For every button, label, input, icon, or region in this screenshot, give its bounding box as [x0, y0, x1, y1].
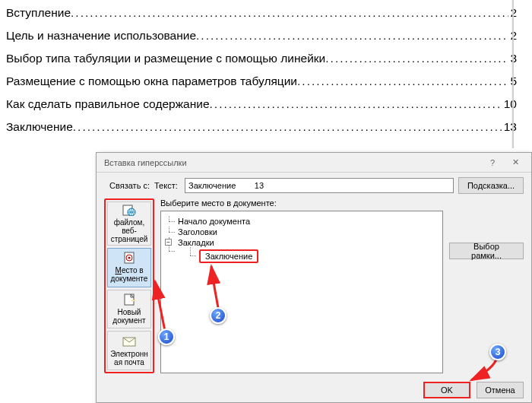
collapse-icon[interactable]: −	[165, 239, 172, 246]
link-to-email[interactable]: Электронная почта	[107, 331, 151, 370]
toc-line: Заключение 13	[6, 120, 517, 134]
ok-button[interactable]: OK	[423, 382, 470, 398]
toc-leader-dots	[210, 97, 502, 111]
link-to-file-web[interactable]: файлом, веб-страницей	[107, 202, 151, 246]
link-to-place-label: Место в документе	[109, 266, 150, 283]
page-edge	[512, 0, 514, 148]
dialog-footer: OK Отмена	[97, 378, 531, 402]
toc-title: Цель и назначение использование	[6, 29, 196, 43]
link-to-place-in-doc[interactable]: Место в документе	[107, 248, 151, 287]
toc-leader-dots	[196, 29, 508, 43]
tree-headings[interactable]: Заголовки	[167, 227, 436, 237]
email-icon	[122, 335, 136, 347]
text-label: Текст:	[154, 181, 180, 190]
target-frame-button[interactable]: Выбор рамки...	[449, 243, 524, 259]
tree-top-of-doc[interactable]: Начало документа	[167, 216, 436, 227]
toc-title: Выбор типа табуляции и размещение с помо…	[6, 52, 325, 65]
dialog-titlebar: Вставка гиперссылки ? ✕	[97, 153, 531, 173]
help-icon[interactable]: ?	[481, 155, 504, 170]
link-with-label: Связать с:	[104, 181, 150, 190]
tree-bookmarks[interactable]: − Закладки Заключение	[167, 237, 436, 265]
toc-leader-dots	[71, 6, 508, 20]
link-to-email-label: Электронная почта	[109, 350, 150, 367]
new-doc-icon	[122, 294, 136, 306]
toc-line: Как сделать правильное содержание10	[6, 97, 517, 111]
file-web-icon	[122, 204, 136, 216]
toc-leader-dots	[73, 120, 502, 134]
insert-hyperlink-dialog: Вставка гиперссылки ? ✕ Связать с: Текст…	[96, 152, 532, 403]
link-to-file-web-label: файлом, веб-страницей	[109, 218, 150, 243]
link-to-new-doc-label: Новый документ	[109, 308, 150, 325]
toc-line: Размещение с помощью окна параметров таб…	[6, 75, 517, 88]
svg-point-4	[128, 257, 131, 259]
toc-title: Вступление	[6, 6, 71, 20]
display-text-input[interactable]	[185, 178, 454, 193]
close-icon[interactable]: ✕	[504, 155, 527, 170]
toc-title: Размещение с помощью окна параметров таб…	[6, 75, 297, 88]
right-button-col: Выбор рамки...	[449, 198, 524, 373]
toc-leader-dots	[297, 75, 508, 88]
select-place-label: Выберите место в документе:	[160, 198, 443, 208]
toc-leader-dots	[325, 52, 508, 65]
place-in-doc-icon	[122, 252, 136, 264]
bookmark-highlight: Заключение	[199, 249, 258, 263]
place-tree-area: Выберите место в документе: Начало докум…	[160, 198, 443, 373]
place-tree[interactable]: Начало документа Заголовки − Закладки За…	[160, 211, 443, 373]
link-to-panel: файлом, веб-страницей Место в документе …	[104, 198, 154, 373]
toc-page: 10	[502, 97, 517, 111]
dialog-title: Вставка гиперссылки	[104, 158, 481, 167]
toc-line: Цель и назначение использование 2	[6, 29, 517, 43]
tree-bookmark-item[interactable]: Заключение	[188, 247, 436, 264]
document-background: Вступление2Цель и назначение использован…	[0, 0, 532, 134]
text-row: Связать с: Текст: Подсказка...	[97, 173, 531, 198]
toc-line: Вступление2	[6, 6, 517, 20]
cancel-button[interactable]: Отмена	[477, 382, 524, 398]
toc-page: 13	[502, 120, 517, 134]
toc-title: Как сделать правильное содержание	[6, 97, 210, 111]
toc-title: Заключение	[6, 120, 73, 134]
toc-line: Выбор типа табуляции и размещение с помо…	[6, 52, 517, 65]
screentip-button[interactable]: Подсказка...	[458, 177, 524, 194]
link-to-new-doc[interactable]: Новый документ	[107, 290, 151, 329]
